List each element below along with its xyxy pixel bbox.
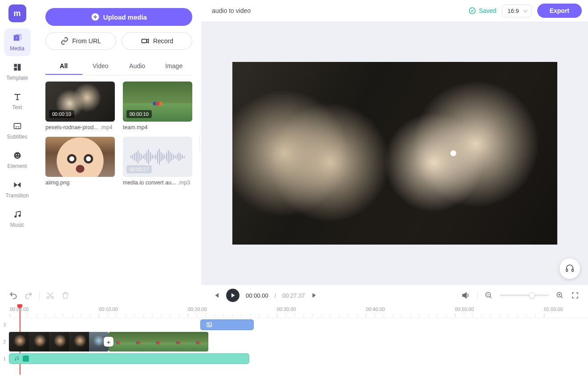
duration-badge: 00:00:10	[126, 110, 152, 118]
undo-button[interactable]	[9, 291, 18, 300]
nav-label: Subtitles	[7, 134, 27, 140]
timeline: 00:00.0000:10.0000:20.0000:30.0000:40.00…	[0, 306, 588, 365]
nav-label: Element	[7, 163, 27, 169]
skip-start-button[interactable]	[212, 291, 220, 299]
track-content[interactable]: +	[9, 331, 588, 352]
nav-label: Media	[10, 45, 24, 52]
media-thumbnail: 00:00:10	[45, 82, 115, 122]
video-clip[interactable]	[109, 332, 208, 351]
nav-label: Transition	[5, 192, 28, 199]
media-tabs: All Video Audio Image	[45, 58, 192, 75]
add-transition-button[interactable]: +	[104, 337, 114, 347]
track-number: 3	[0, 322, 9, 327]
svg-point-9	[15, 216, 16, 217]
svg-rect-5	[14, 123, 20, 129]
svg-point-23	[17, 359, 19, 360]
media-filename: pexels-rodnae-prod....mp4	[45, 124, 115, 131]
audio-marker	[23, 356, 29, 362]
nav-item-template[interactable]: Template	[4, 58, 31, 86]
svg-point-16	[47, 297, 49, 299]
nav-label: Template	[6, 75, 28, 81]
record-button[interactable]: Record	[122, 32, 192, 50]
fit-screen-button[interactable]	[571, 291, 579, 299]
preview-canvas[interactable]	[232, 62, 557, 245]
text-icon	[12, 92, 22, 102]
zoom-in-button[interactable]	[556, 291, 564, 299]
zoom-slider[interactable]	[500, 294, 549, 296]
zoom-slider-handle[interactable]	[529, 292, 535, 298]
svg-point-10	[19, 215, 20, 217]
timeline-tracks: 3 2	[0, 318, 588, 365]
svg-rect-2	[14, 64, 17, 67]
support-button[interactable]	[560, 258, 580, 279]
redo-button[interactable]	[24, 291, 33, 300]
media-filename: media.io convert au....mp3	[123, 180, 192, 186]
media-item[interactable]: 00:00:10 team.mp4	[123, 82, 192, 131]
svg-rect-20	[207, 323, 212, 327]
nav-item-transition[interactable]: Transition	[4, 176, 31, 203]
delete-button[interactable]	[61, 291, 70, 300]
svg-point-8	[18, 154, 19, 155]
camera-icon	[141, 37, 150, 45]
aspect-ratio-select[interactable]: 16:9	[502, 4, 531, 17]
plus-circle-icon	[91, 12, 100, 21]
skip-end-button[interactable]	[311, 291, 319, 299]
duration-badge: 00:00:10	[49, 110, 74, 118]
tab-image[interactable]: Image	[156, 58, 193, 75]
export-button[interactable]: Export	[537, 4, 582, 18]
svg-rect-4	[14, 68, 17, 71]
media-thumbnail	[45, 137, 115, 177]
upload-media-button[interactable]: Upload media	[45, 8, 192, 26]
svg-point-22	[15, 360, 16, 361]
track-row: 1	[0, 352, 588, 365]
svg-rect-14	[566, 269, 568, 272]
media-item[interactable]: 00:00:27 media.io convert au....mp3	[123, 137, 192, 186]
track-number: 1	[0, 356, 9, 361]
cut-button[interactable]	[46, 291, 55, 300]
right-pane: audio to video Saved 16:9 Export	[201, 0, 588, 285]
svg-point-7	[16, 154, 17, 155]
tab-audio[interactable]: Audio	[119, 58, 156, 75]
from-url-button[interactable]: From URL	[45, 32, 116, 50]
nav-label: Text	[12, 104, 22, 110]
playback-bar: 00:00.00 / 00:27.37	[0, 285, 588, 306]
media-filename: team.mp4	[123, 124, 192, 131]
track-row: 3	[0, 318, 588, 331]
timeline-ruler[interactable]: 00:00.0000:10.0000:20.0000:30.0000:40.00…	[10, 306, 588, 318]
time-separator: /	[275, 292, 276, 299]
play-button[interactable]	[226, 289, 239, 302]
media-item[interactable]: 00:00:10 pexels-rodnae-prod....mp4	[45, 82, 115, 131]
svg-rect-0	[16, 37, 17, 38]
media-filename: aiimg.png	[45, 180, 115, 186]
element-icon	[12, 151, 22, 160]
video-clip[interactable]	[9, 332, 109, 351]
track-number: 2	[0, 339, 9, 344]
music-note-icon	[13, 355, 20, 362]
nav-item-music[interactable]: Music	[4, 205, 31, 233]
nav-item-element[interactable]: Element	[4, 146, 31, 174]
nav-item-subtitles[interactable]: Subtitles	[4, 117, 31, 144]
image-clip[interactable]	[200, 319, 254, 330]
media-thumbnail: 00:00:27	[123, 137, 192, 177]
audio-clip[interactable]	[9, 353, 249, 364]
track-content[interactable]	[9, 352, 588, 365]
media-item[interactable]: aiimg.png	[45, 137, 115, 186]
media-grid: 00:00:10 pexels-rodnae-prod....mp4 00:00…	[45, 82, 192, 186]
nav-item-text[interactable]: Text	[4, 87, 31, 115]
nav-item-media[interactable]: Media	[4, 29, 31, 56]
link-icon	[61, 37, 69, 45]
project-title[interactable]: audio to video	[212, 7, 251, 14]
app-logo[interactable]: m	[8, 4, 26, 22]
duration-badge: 00:00:27	[126, 165, 152, 173]
subtitles-icon	[12, 121, 22, 131]
tab-all[interactable]: All	[45, 58, 82, 75]
total-time: 00:27.37	[282, 292, 305, 299]
zoom-out-button[interactable]	[485, 291, 493, 299]
track-row: 2 +	[0, 331, 588, 352]
volume-button[interactable]	[461, 291, 470, 300]
track-content[interactable]	[9, 318, 588, 331]
current-time: 00:00.00	[246, 292, 268, 299]
top-bar: audio to video Saved 16:9 Export	[201, 0, 588, 21]
tab-video[interactable]: Video	[82, 58, 119, 75]
svg-point-13	[469, 8, 475, 14]
